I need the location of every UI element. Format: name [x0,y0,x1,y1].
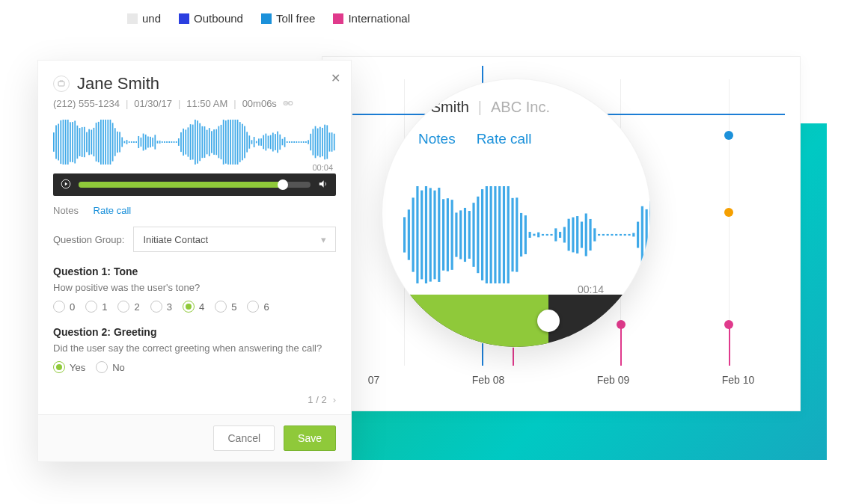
question-group-select[interactable]: Initiate Contact ▾ [133,227,336,252]
svg-rect-145 [244,126,245,159]
svg-rect-131 [211,131,212,153]
svg-rect-68 [63,120,64,165]
audio-player-small[interactable] [53,173,336,196]
svg-rect-50 [620,234,622,236]
svg-rect-15 [468,211,471,259]
cancel-button[interactable]: Cancel [213,425,275,451]
svg-rect-20 [490,186,492,283]
svg-rect-148 [251,140,253,144]
svg-rect-42 [585,213,587,256]
tab-rate-call[interactable]: Rate call [94,205,132,216]
pager-text: 1 / 2 [308,394,326,405]
svg-rect-17 [477,197,479,273]
svg-rect-149 [254,137,255,147]
svg-rect-94 [124,141,126,144]
svg-rect-117 [178,138,180,146]
svg-rect-167 [296,141,297,143]
radio-5[interactable] [215,301,227,313]
svg-rect-45 [598,234,600,236]
tab-notes[interactable]: Notes [418,131,456,147]
radio-4[interactable] [183,301,195,313]
svg-rect-173 [310,134,311,150]
link-icon[interactable] [283,98,293,109]
svg-rect-142 [237,120,239,165]
svg-rect-150 [256,141,257,144]
contact-org: ABC Inc. [491,99,550,116]
radio-label: 3 [167,301,172,313]
chart-point[interactable] [724,320,733,329]
xaxis-label: Feb 09 [597,374,630,386]
radio-3[interactable] [150,301,162,313]
svg-rect-138 [227,120,229,165]
svg-rect-76 [82,127,83,157]
volume-icon[interactable] [318,179,328,191]
radio-yes[interactable] [53,361,65,373]
svg-rect-164 [289,141,290,143]
svg-rect-24 [507,186,510,283]
radio-2[interactable] [117,301,129,313]
audio-track[interactable] [79,182,311,188]
tab-rate-call[interactable]: Rate call [477,131,532,147]
chart-point[interactable] [724,208,733,217]
legend-item: International [333,12,410,25]
svg-rect-180 [326,125,328,159]
save-button[interactable]: Save [284,425,336,451]
svg-marker-185 [65,182,68,185]
legend-item: Outbound [179,12,243,25]
svg-rect-8 [438,188,440,282]
svg-rect-179 [324,125,325,160]
svg-rect-93 [121,138,123,147]
svg-rect-140 [232,120,233,165]
avatar-icon [53,76,70,92]
audio-scrubber[interactable] [537,310,560,332]
pager-next-icon[interactable]: › [333,394,336,405]
svg-rect-123 [192,125,194,160]
radio-label: Yes [70,362,85,373]
svg-rect-119 [183,129,184,156]
close-icon[interactable]: ✕ [331,71,340,85]
question-2-sub: Did the user say the correct greeting wh… [53,342,336,354]
play-icon[interactable] [61,179,71,191]
radio-6[interactable] [247,301,259,313]
radio-1[interactable] [85,301,97,313]
svg-rect-137 [225,120,227,164]
tab-notes[interactable]: Notes [53,205,79,216]
svg-rect-60 [58,82,64,86]
svg-rect-29 [529,232,531,238]
svg-rect-116 [176,141,177,143]
svg-rect-27 [520,213,522,256]
audio-scrubber[interactable] [278,179,288,190]
svg-rect-3 [416,186,418,283]
svg-rect-161 [282,139,284,146]
svg-rect-54 [637,222,639,248]
chart-point[interactable] [617,320,626,329]
chart-point[interactable] [724,131,733,140]
svg-rect-135 [221,125,222,159]
svg-rect-98 [133,141,135,143]
radio-0[interactable] [53,301,65,313]
legend-item: Toll free [261,12,316,25]
svg-rect-34 [550,234,552,236]
chart-xaxis: 07 Feb 08 Feb 09 Feb 10 [322,374,801,386]
radio-label: 2 [134,301,139,313]
svg-rect-23 [503,186,505,283]
svg-rect-82 [96,123,97,162]
svg-rect-118 [180,132,182,152]
svg-rect-139 [230,120,231,165]
svg-rect-172 [308,140,309,144]
svg-rect-65 [55,125,57,159]
chart-legend: und Outbound Toll free International [127,12,410,25]
svg-rect-7 [433,191,435,280]
radio-no[interactable] [96,361,108,373]
svg-rect-109 [159,141,161,144]
svg-rect-107 [154,135,156,149]
svg-rect-134 [218,126,220,159]
svg-rect-72 [72,122,73,162]
call-detail-modal: ✕ Jane Smith (212) 555-1234| 01/30/17| 1… [37,60,352,462]
svg-rect-92 [119,132,120,152]
svg-rect-81 [94,128,95,156]
svg-rect-86 [105,120,106,165]
svg-rect-33 [546,234,548,236]
svg-rect-95 [126,140,128,144]
svg-rect-64 [53,132,55,152]
